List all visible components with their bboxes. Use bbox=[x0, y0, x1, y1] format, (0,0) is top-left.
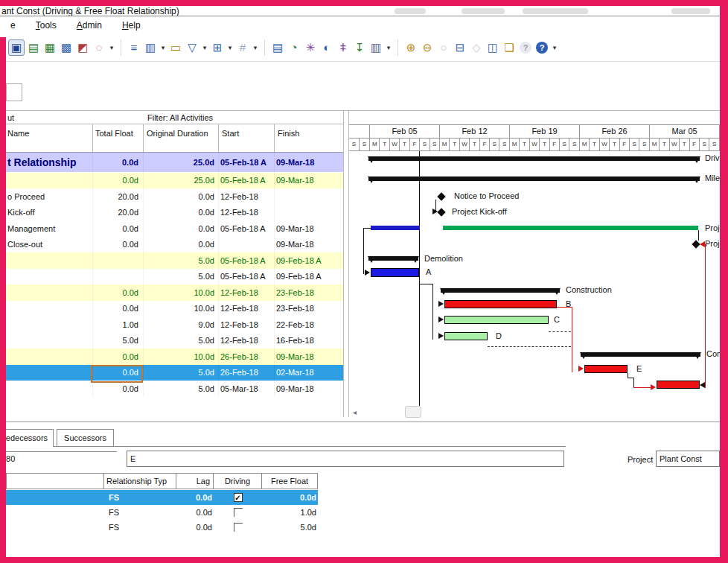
table-row-d[interactable]: 5.0d 5.0d 12-Feb-18 16-Feb-18 bbox=[6, 333, 344, 349]
rel-col-header-driving[interactable]: Driving bbox=[213, 473, 262, 489]
gantt-bar-pm-actual[interactable] bbox=[371, 226, 420, 230]
network-icon[interactable]: ✳ bbox=[303, 40, 318, 55]
dropdown-caret[interactable]: ▾ bbox=[252, 40, 259, 55]
activity-name-field[interactable]: E bbox=[127, 451, 564, 467]
trace-logic-icon[interactable]: ◌ bbox=[92, 40, 106, 55]
help-icon[interactable]: ? bbox=[536, 42, 548, 54]
table-gantt-splitter[interactable] bbox=[343, 110, 344, 417]
table-row-a[interactable]: 5.0d 05-Feb-18 A 09-Feb-18 A bbox=[6, 269, 344, 285]
tab-successors[interactable]: Successors bbox=[57, 429, 114, 447]
gantt-summary-bar-construction[interactable] bbox=[441, 288, 560, 293]
table-row-project[interactable]: t Relationship 0.0d 25.0d 05-Feb-18 A 09… bbox=[6, 153, 344, 172]
panel-divider[interactable] bbox=[0, 422, 720, 422]
gantt-summary-bar-milestones[interactable] bbox=[368, 176, 700, 181]
number-icon[interactable]: # bbox=[235, 40, 250, 55]
column-divider[interactable] bbox=[274, 124, 275, 152]
menu-item-admin[interactable]: Admin bbox=[77, 20, 102, 31]
gantt-day-row[interactable]: SSMTWTFSSMTWTFSSMTWTFSSMTWTFSSMTWTFSS bbox=[349, 138, 720, 151]
gantt-bar-d[interactable] bbox=[444, 332, 488, 340]
col-header-finish[interactable]: Finish bbox=[278, 129, 299, 138]
col-header-total-float[interactable]: Total Float bbox=[95, 129, 133, 138]
resource-usage-icon[interactable]: ▦ bbox=[42, 40, 57, 55]
table-row-notice-to-proceed[interactable]: o Proceed 20.0d 0.0d 12-Feb-18 bbox=[6, 188, 344, 205]
gantt-bar-b[interactable] bbox=[444, 300, 557, 308]
dropdown-caret[interactable]: ▾ bbox=[551, 40, 558, 55]
gantt-summary-bar-demolition[interactable] bbox=[368, 256, 418, 261]
driving-checkbox[interactable] bbox=[234, 523, 243, 532]
dropdown-caret[interactable]: ▾ bbox=[385, 40, 392, 55]
column-divider[interactable] bbox=[218, 124, 219, 152]
activity-details-icon[interactable]: ▤ bbox=[270, 40, 285, 55]
relationship-row[interactable]: FS 0.0d 5.0d bbox=[6, 520, 318, 535]
timescale-icon[interactable]: ▭ bbox=[168, 40, 183, 55]
col-header-name[interactable]: Name bbox=[7, 129, 29, 138]
global-change-icon[interactable]: ◐ bbox=[319, 40, 334, 55]
col-header-original-duration[interactable]: Original Duration bbox=[147, 129, 208, 138]
scrollbar-thumb[interactable] bbox=[405, 406, 421, 418]
split-horizontal-icon[interactable]: ⊟ bbox=[453, 40, 467, 55]
column-divider[interactable] bbox=[92, 124, 93, 152]
relationship-row-selected[interactable]: FS 0.0d ✓ 0.0d bbox=[6, 490, 318, 505]
layout-open-icon[interactable]: ▤ bbox=[26, 40, 41, 55]
menu-item-help[interactable]: Help bbox=[122, 20, 141, 31]
gantt-week-row[interactable]: Feb 05Feb 12Feb 19Feb 26Mar 05 bbox=[349, 124, 720, 139]
gantt-bar-c[interactable] bbox=[444, 316, 549, 324]
zoom-in-icon[interactable]: ⊕ bbox=[403, 40, 418, 55]
schedule-icon[interactable]: ◔ bbox=[287, 40, 301, 55]
table-row-wbs-commissioning[interactable]: 0.0d 10.0d 26-Feb-18 09-Mar-18 bbox=[6, 349, 344, 365]
relationship-row[interactable]: FS 0.0d 1.0d bbox=[6, 505, 318, 520]
split-vertical-icon[interactable]: ◫ bbox=[485, 40, 500, 55]
table-row-wbs-construction[interactable]: 0.0d 10.0d 12-Feb-18 23-Feb-18 bbox=[6, 284, 344, 301]
dropdown-caret[interactable]: ▾ bbox=[108, 40, 115, 55]
progress-line-icon[interactable]: ǂ bbox=[336, 40, 351, 55]
table-row-closeout[interactable]: Close-out 0.0d 0.0d 09-Mar-18 bbox=[6, 237, 344, 253]
rel-col-header-lag[interactable]: Lag bbox=[176, 473, 214, 489]
table-row-wbs-milestones[interactable]: 0.0d 25.0d 05-Feb-18 A 09-Mar-18 bbox=[6, 173, 344, 189]
gantt-summary-bar-driving[interactable] bbox=[368, 156, 700, 161]
dropdown-caret[interactable]: ▾ bbox=[226, 40, 234, 55]
filter-label[interactable]: Filter: All Activities bbox=[147, 113, 213, 122]
group-icon[interactable]: ⊞ bbox=[210, 40, 225, 55]
dropdown-caret[interactable]: ▾ bbox=[159, 40, 167, 55]
milestone-diamond-kickoff[interactable] bbox=[437, 208, 445, 216]
rel-col-header-free-float[interactable]: Free Float bbox=[261, 473, 318, 489]
comment-icon[interactable]: ❏ bbox=[502, 40, 517, 55]
activities-view-icon[interactable]: ▣ bbox=[8, 39, 25, 56]
zoom-fit-icon[interactable]: ○ bbox=[436, 40, 451, 55]
dropdown-caret[interactable]: ▾ bbox=[201, 40, 208, 55]
gantt-bar-a[interactable] bbox=[371, 268, 419, 277]
filter-icon[interactable]: ▽ bbox=[185, 40, 199, 55]
resources-icon[interactable]: ◩ bbox=[75, 40, 90, 55]
table-row-b[interactable]: 0.0d 10.0d 12-Feb-18 23-Feb-18 bbox=[6, 301, 344, 317]
driving-checkbox[interactable] bbox=[234, 508, 243, 517]
bottom-layout-icon[interactable]: ▥ bbox=[368, 40, 383, 55]
scroll-left-icon[interactable]: ◂ bbox=[353, 408, 357, 416]
gantt-summary-bar-commissioning[interactable] bbox=[581, 352, 700, 357]
collapse-icon[interactable]: ◇ bbox=[469, 40, 484, 55]
zoom-out-icon[interactable]: ⊖ bbox=[420, 40, 435, 55]
gantt-bar-pm-remaining[interactable] bbox=[443, 226, 698, 230]
tab-predecessors[interactable]: edecessors bbox=[0, 429, 54, 447]
rel-col-header-activity[interactable] bbox=[6, 473, 104, 489]
group-sort-icon[interactable]: ≡ bbox=[127, 40, 141, 55]
milestone-diamond-ntp[interactable] bbox=[437, 192, 445, 200]
table-row-f[interactable]: 0.0d 5.0d 05-Mar-18 09-Mar-18 bbox=[6, 381, 344, 397]
gantt-bar-e[interactable] bbox=[584, 365, 628, 373]
level-resources-icon[interactable]: ↧ bbox=[352, 40, 367, 55]
table-row-management[interactable]: Management 0.0d 0.0d 05-Feb-18 A 09-Mar-… bbox=[6, 220, 344, 237]
col-header-start[interactable]: Start bbox=[222, 129, 239, 138]
menu-item-file-tail[interactable]: e bbox=[10, 20, 16, 31]
table-row-wbs-demolition[interactable]: 5.0d 05-Feb-18 A 09-Feb-18 A bbox=[6, 252, 344, 269]
help-disabled-icon[interactable]: ? bbox=[520, 42, 531, 54]
rel-col-header-type[interactable]: Relationship Typ bbox=[103, 473, 176, 489]
columns-icon[interactable]: ▥ bbox=[143, 40, 158, 55]
table-row-e-selected[interactable]: 0.0d 5.0d 26-Feb-18 02-Mar-18 bbox=[6, 365, 344, 381]
table-row-c[interactable]: 1.0d 9.0d 12-Feb-18 22-Feb-18 bbox=[6, 317, 344, 333]
gantt-bar-f[interactable] bbox=[657, 381, 700, 389]
project-field[interactable]: Plant Const bbox=[656, 451, 720, 467]
driving-checkbox[interactable]: ✓ bbox=[234, 493, 243, 502]
column-divider[interactable] bbox=[143, 124, 144, 152]
tracking-icon[interactable]: ▩ bbox=[59, 40, 74, 55]
menu-item-tools[interactable]: Tools bbox=[36, 20, 57, 31]
table-row-kickoff[interactable]: Kick-off 20.0d 0.0d 12-Feb-18 bbox=[6, 205, 344, 221]
